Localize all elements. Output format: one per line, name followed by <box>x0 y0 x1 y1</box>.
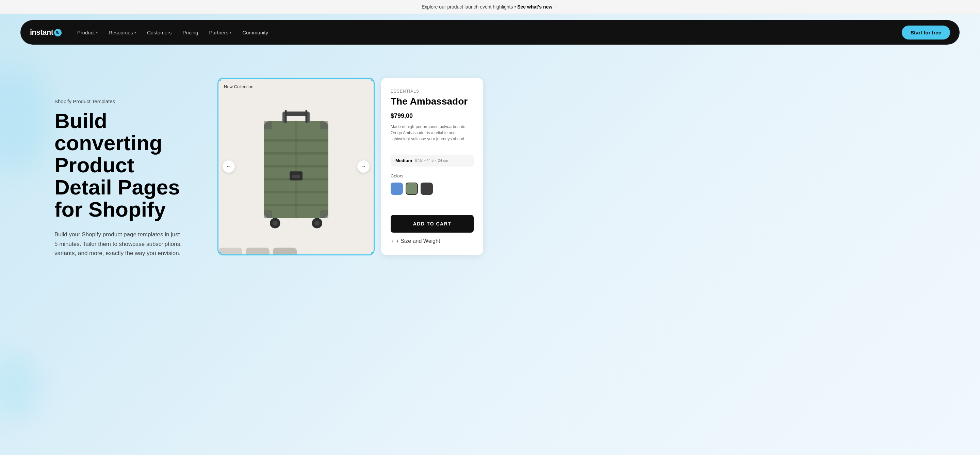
product-price: $799,00 <box>391 112 474 120</box>
chevron-down-icon: ▾ <box>134 31 136 34</box>
hero-subtitle: Shopify Product Templates <box>54 98 197 104</box>
thumbnail-2[interactable] <box>246 247 269 255</box>
nav-item-product[interactable]: Product ▾ <box>73 27 103 38</box>
svg-rect-14 <box>320 121 328 129</box>
hero-title: Build converting Product Detail Pages fo… <box>54 110 197 220</box>
svg-rect-1 <box>283 112 309 116</box>
hero-description: Build your Shopify product page template… <box>54 230 184 258</box>
colors-label: Colors <box>391 173 474 179</box>
color-swatches <box>391 182 474 195</box>
announcement-text: Explore our product launch event highlig… <box>422 4 516 10</box>
thumbnail-3[interactable] <box>273 247 297 255</box>
svg-rect-10 <box>295 121 298 218</box>
selection-handle-br[interactable] <box>371 252 374 255</box>
logo-text: instant↻ <box>30 28 62 37</box>
svg-rect-13 <box>264 121 272 129</box>
product-image-card: New Collection ← <box>218 78 374 255</box>
navbar: instant↻ Product ▾ Resources ▾ Customers… <box>21 20 959 45</box>
size-label: Medium <box>395 158 412 163</box>
svg-rect-16 <box>320 210 328 218</box>
color-swatch-dark[interactable] <box>421 182 433 195</box>
hero-section: Shopify Product Templates Build converti… <box>0 51 980 258</box>
size-selector[interactable]: Medium 67.5 × 44.5 × 24 cm <box>391 155 474 166</box>
product-detail-panel: ESSENTIALS The Ambassador $799,00 Made o… <box>381 78 483 255</box>
nav-item-partners[interactable]: Partners ▾ <box>204 27 236 38</box>
thumbnail-1[interactable] <box>218 247 242 255</box>
svg-rect-15 <box>264 210 272 218</box>
hero-text: Shopify Product Templates Build converti… <box>54 71 197 258</box>
selection-handle-tr[interactable] <box>371 78 374 81</box>
divider-2 <box>381 203 483 203</box>
product-image <box>248 102 344 231</box>
decorative-blob-bottom <box>0 353 41 421</box>
svg-point-20 <box>314 221 320 226</box>
nav-item-resources[interactable]: Resources ▾ <box>104 27 141 38</box>
product-brand: ESSENTIALS <box>391 89 474 94</box>
next-image-button[interactable]: → <box>357 160 369 172</box>
chevron-left-icon: ← <box>226 163 231 169</box>
divider-1 <box>381 149 483 149</box>
prev-image-button[interactable]: ← <box>223 160 235 172</box>
chevron-right-icon: → <box>361 163 366 169</box>
color-swatch-green[interactable] <box>406 182 418 195</box>
start-for-free-button[interactable]: Start for free <box>902 26 950 40</box>
chevron-down-icon: ▾ <box>96 31 98 34</box>
svg-rect-12 <box>292 175 300 178</box>
announcement-link[interactable]: See what's new → <box>517 4 558 10</box>
add-to-cart-button[interactable]: ADD TO CART <box>391 215 474 233</box>
size-dimensions: 67.5 × 44.5 × 24 cm <box>415 158 448 163</box>
selection-handle-bl[interactable] <box>218 252 221 255</box>
product-description: Made of high-performance polycarbonate, … <box>391 124 474 142</box>
product-name: The Ambassador <box>391 96 474 107</box>
product-badge: New Collection <box>224 84 253 89</box>
product-showcase: New Collection ← <box>218 78 926 255</box>
nav-item-pricing[interactable]: Pricing <box>178 27 203 38</box>
nav-items: Product ▾ Resources ▾ Customers Pricing … <box>73 27 902 38</box>
product-thumbnails <box>218 247 297 255</box>
chevron-down-icon: ▾ <box>230 31 231 34</box>
plus-icon: + <box>391 238 394 244</box>
product-image-area <box>218 79 374 254</box>
nav-item-community[interactable]: Community <box>237 27 273 38</box>
svg-point-18 <box>272 221 278 226</box>
logo[interactable]: instant↻ <box>30 28 62 37</box>
announcement-bar: Explore our product launch event highlig… <box>0 0 980 14</box>
size-weight-link[interactable]: + + Size and Weight <box>391 238 474 244</box>
nav-item-customers[interactable]: Customers <box>142 27 177 38</box>
color-swatch-blue[interactable] <box>391 182 403 195</box>
selection-handle-tl[interactable] <box>218 78 221 81</box>
